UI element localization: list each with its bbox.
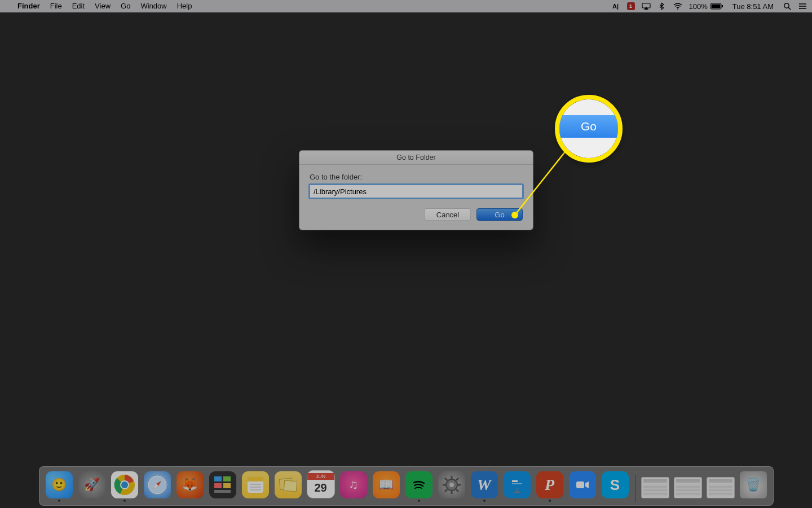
dock-stickies[interactable] [274,471,302,502]
dock-minimized-window-2[interactable] [674,477,702,502]
dock-firefox[interactable]: 🦊 [176,471,204,502]
airplay-icon[interactable] [642,2,651,11]
calendar-day: 29 [314,480,326,496]
go-button[interactable]: Go [476,208,523,221]
menu-window[interactable]: Window [135,0,171,12]
dock-calendar[interactable]: JUN29 [307,470,335,502]
dock-keynote[interactable] [503,471,531,502]
dock-system-preferences[interactable] [438,471,466,502]
dock-notes[interactable] [241,471,270,502]
svg-line-43 [445,478,447,480]
callout-go-label: Go [559,115,618,138]
svg-rect-26 [214,483,222,488]
dock-minimized-window-1[interactable] [641,477,669,502]
cancel-button[interactable]: Cancel [425,208,471,221]
menu-file[interactable]: File [45,0,67,12]
svg-point-11 [799,3,800,5]
svg-line-44 [456,489,458,492]
svg-line-7 [788,7,791,10]
svg-rect-52 [576,481,584,488]
wifi-icon[interactable] [673,2,682,11]
svg-point-38 [449,483,454,487]
battery-icon [710,3,723,10]
callout-leader-line [0,0,812,508]
clock[interactable]: Tue 8:51 AM [730,2,776,11]
svg-point-19 [121,481,128,488]
callout-magnifier: Go [555,95,623,163]
dock-chrome[interactable] [111,471,139,502]
dock-trash[interactable]: 🗑️ [739,471,767,502]
svg-point-13 [799,8,800,9]
notification-center-icon[interactable] [798,2,807,11]
svg-rect-48 [512,480,518,482]
dialog-title: Go to Folder [299,151,533,165]
svg-rect-5 [722,5,723,7]
calendar-month: JUN [307,473,334,480]
app-menu[interactable]: Finder [12,0,45,12]
menu-go[interactable]: Go [116,0,135,12]
svg-rect-49 [512,483,522,484]
dock-mission-control[interactable] [209,471,237,502]
adobe-menu-icon[interactable]: A| [611,2,620,11]
menu-edit[interactable]: Edit [67,0,90,12]
go-to-folder-dialog: Go to Folder Go to the folder: Cancel Go [299,150,533,230]
battery-percent: 100% [689,2,708,11]
svg-rect-28 [214,490,231,493]
creative-cloud-icon[interactable]: 1 [627,2,635,10]
menu-help[interactable]: Help [172,0,197,12]
dock-launchpad[interactable]: 🚀 [78,471,106,502]
menu-view[interactable]: View [90,0,116,12]
dock-finder[interactable]: 🙂 [45,471,73,502]
dock-zoom[interactable] [568,471,597,502]
svg-rect-30 [248,477,263,481]
svg-point-6 [784,3,789,8]
menu-bar: Finder File Edit View Go Window Help A| … [0,0,812,12]
svg-rect-24 [214,476,222,481]
dock: 🙂 🚀 🦊 JUN29 ♫ 📖 W P [39,466,774,506]
dock-separator [635,475,636,502]
battery-status[interactable]: 100% [689,2,723,11]
svg-rect-35 [284,480,297,491]
dock-skype[interactable]: S [601,471,629,502]
svg-line-45 [456,478,458,480]
dock-itunes[interactable]: ♫ [339,471,368,502]
dock-safari[interactable] [143,471,171,502]
dock-minimized-window-3[interactable] [707,477,735,502]
folder-path-input[interactable] [310,185,523,198]
svg-line-46 [445,489,447,492]
svg-rect-4 [711,5,720,8]
spotlight-icon[interactable] [783,2,792,11]
dock-powerpoint[interactable]: P [536,471,564,502]
svg-point-12 [799,6,800,7]
dock-word[interactable]: W [470,471,498,502]
svg-rect-25 [223,476,231,481]
bluetooth-icon[interactable] [657,2,667,11]
svg-point-2 [677,8,678,10]
svg-rect-27 [223,483,231,488]
dock-spotify[interactable] [405,471,433,502]
dialog-label: Go to the folder: [310,173,523,181]
dim-overlay [0,0,812,508]
dock-ibooks[interactable]: 📖 [372,471,400,502]
svg-marker-53 [585,481,589,488]
